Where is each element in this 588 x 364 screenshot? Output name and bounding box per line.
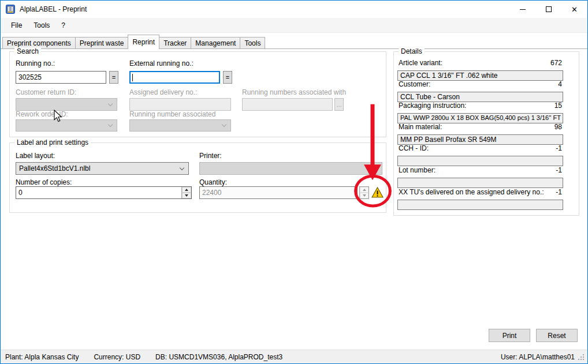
detail-row-label: Customer: 4 [399,80,562,88]
menu-tools[interactable]: Tools [28,19,55,32]
detail-row-label: Main material: 98 [399,123,562,131]
running-number-associated-dropdown[interactable] [129,119,231,132]
chevron-down-icon [180,166,184,170]
article-variant-label: Article variant: [399,59,442,67]
details-group-legend: Details [399,47,425,55]
spin-down-button[interactable] [182,193,191,198]
customer-count: 4 [558,80,562,88]
close-icon: ✕ [571,5,578,14]
tab-tracker[interactable]: Tracker [159,37,191,49]
external-running-no-equals-button[interactable]: = [223,71,232,84]
running-number-associated-label: Running number associated [129,110,215,118]
customer-value: CCL Tube - Carson [397,92,563,102]
customer-label: Customer: [399,80,430,88]
rework-order-id-label: Rework order ID: [16,110,68,118]
detail-row-label: Packaging instruction: 15 [399,102,562,110]
printer-label: Printer: [199,152,222,160]
arrow-up-icon [363,189,366,191]
running-numbers-browse-button[interactable]: ... [334,98,344,111]
app-icon [6,5,15,14]
external-running-no-label: External running no.: [129,59,193,67]
quantity-label: Quantity: [199,178,227,186]
status-currency: Currency: USD [94,353,140,361]
label-layout-value: Pallet4x6Std1bcV1.nlbl [19,164,90,172]
printer-dropdown[interactable] [199,162,382,175]
menu-file[interactable]: File [5,19,28,32]
maximize-icon [546,6,552,12]
customer-return-id-label: Customer return ID: [16,88,76,96]
quantity-input[interactable]: 22400 [199,186,358,199]
arrow-down-icon [363,194,366,197]
tab-tools[interactable]: Tools [240,37,265,49]
main-material-label: Main material: [399,123,442,131]
chevron-down-icon [222,122,226,127]
main-material-count: 98 [554,123,562,131]
assigned-delivery-no-label: Assigned delivery no.: [129,88,197,96]
arrow-up-icon [185,189,188,191]
assigned-delivery-no-input[interactable] [129,98,231,111]
window-title: AlplaLABEL - Preprint [20,5,87,13]
packaging-instruction-value: PAL WWP 2800u X 18 BOX BAG(50,400 pcs) 1… [397,113,563,123]
detail-row-label: Article variant: 672 [399,59,562,67]
search-group-legend: Search [14,47,41,55]
number-of-copies-label: Number of copies: [16,178,72,186]
resize-grip[interactable] [577,353,585,361]
status-bar: Plant: Alpla Kansas City Currency: USD D… [1,350,587,363]
status-plant: Plant: Alpla Kansas City [5,353,79,361]
label-print-settings-group: Label and print settings Label layout: P… [9,142,386,213]
reprint-tab-page: Search Running no.: 302525 = External ru… [1,49,587,350]
chevron-down-icon [108,122,113,127]
xx-tus-delivered-value [397,200,563,210]
menu-bar: File Tools ? [1,18,587,33]
rework-order-id-dropdown[interactable] [16,119,117,132]
lot-number-value [397,178,563,188]
lot-number-label: Lot number: [399,166,436,174]
maximize-button[interactable] [535,1,561,18]
menu-help[interactable]: ? [55,19,71,32]
tab-strip: Preprint components Preprint waste Repri… [1,33,587,49]
warning-icon [371,187,384,198]
article-variant-count: 672 [550,59,562,67]
spin-up-button[interactable] [360,187,369,193]
label-layout-label: Label layout: [16,152,55,160]
customer-return-id-dropdown[interactable] [16,98,117,111]
minimize-icon [520,9,526,10]
running-no-equals-button[interactable]: = [109,71,118,84]
quantity-stepper[interactable] [359,186,369,199]
external-running-no-input[interactable] [129,71,220,84]
running-no-label: Running no.: [16,59,55,67]
minimize-button[interactable] [509,1,535,18]
packaging-instruction-count: 15 [554,102,562,110]
detail-row-label: Lot number: -1 [399,166,562,174]
tab-management[interactable]: Management [191,37,240,49]
running-numbers-associated-label: Running numbers associated with [242,88,346,96]
window-controls: ✕ [509,1,587,18]
spin-up-button[interactable] [182,187,191,193]
arrow-down-icon [185,194,188,197]
main-material-value: MM PP Basell Profax SR 549M [397,134,563,145]
number-of-copies-stepper[interactable]: 0 [16,186,192,199]
tab-preprint-waste[interactable]: Preprint waste [75,37,129,49]
packaging-instruction-label: Packaging instruction: [399,102,466,110]
close-button[interactable]: ✕ [561,1,587,18]
print-button[interactable]: Print [489,329,530,342]
title-bar: AlplaLABEL - Preprint ✕ [1,1,587,18]
xx-tus-delivered-count: -1 [556,188,562,196]
article-variant-value: CAP CCL 1 3/16'' FT .062 white [397,70,563,81]
detail-row-label: CCH - ID: -1 [399,144,562,152]
status-user: User: ALPLA\matthes01 [501,353,575,361]
details-group: Details Article variant: 672 CAP CCL 1 3… [393,51,579,216]
chevron-down-icon [108,102,113,106]
status-db: DB: USMCD1VMS036, AlplaPROD_test3 [155,353,282,361]
reset-button[interactable]: Reset [536,329,578,342]
spin-down-button[interactable] [360,193,369,198]
tab-reprint[interactable]: Reprint [128,35,159,49]
label-layout-dropdown[interactable]: Pallet4x6Std1bcV1.nlbl [16,162,189,175]
app-window: AlplaLABEL - Preprint ✕ File Tools ? Pre… [0,0,588,364]
spinner-buttons [181,187,191,198]
running-no-input[interactable]: 302525 [16,71,106,84]
search-group: Search Running no.: 302525 = External ru… [9,51,386,137]
running-numbers-associated-input[interactable] [242,98,333,111]
chevron-down-icon [373,166,378,170]
xx-tus-delivered-label: XX TU's delivered on the assigned delive… [399,188,544,196]
